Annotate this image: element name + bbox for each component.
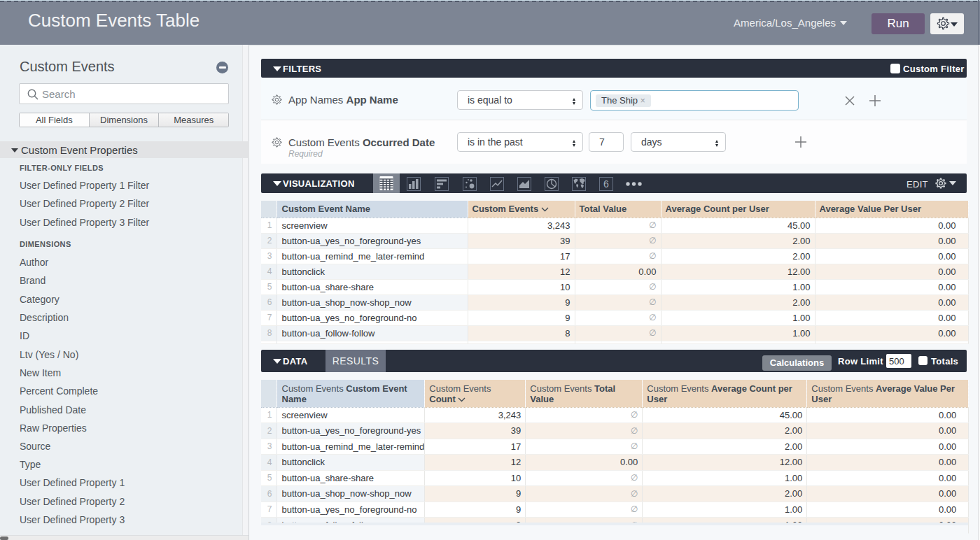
svg-text:6: 6 bbox=[603, 178, 609, 190]
